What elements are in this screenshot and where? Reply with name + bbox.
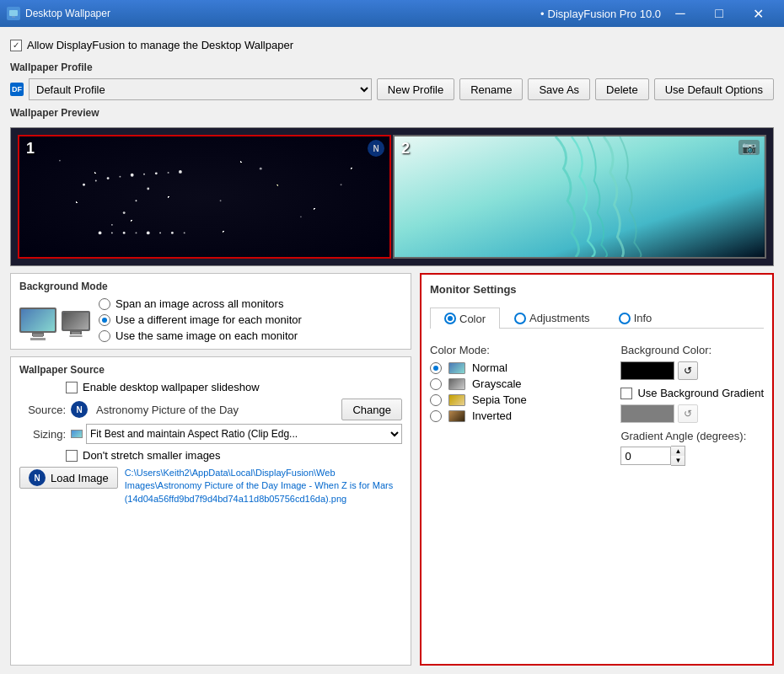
svg-point-25 xyxy=(220,200,222,201)
color-mode-grayscale[interactable]: Grayscale xyxy=(430,377,604,390)
bg-mode-content: Span an image across all monitors Use a … xyxy=(19,297,402,342)
app-version: DisplayFusion Pro 10.0 xyxy=(548,8,661,20)
load-image-button[interactable]: N Load Image xyxy=(19,467,118,489)
bg-mode-option-2-label: Use a different image for each monitor xyxy=(115,313,302,326)
monitor-1-preview[interactable]: 1 N xyxy=(18,135,391,259)
background-color-swatch[interactable] xyxy=(620,361,674,380)
load-image-label: Load Image xyxy=(51,472,109,484)
window-title: Desktop Wallpaper xyxy=(25,8,537,19)
color-mode-normal[interactable]: Normal xyxy=(430,361,604,374)
dont-stretch-label: Don't stretch smaller images xyxy=(83,449,221,462)
bg-mode-option-3[interactable]: Use the same image on each monitor xyxy=(99,329,302,342)
main-container: Allow DisplayFusion to manage the Deskto… xyxy=(0,27,784,674)
source-row: Source: N Astronomy Picture of the Day C… xyxy=(19,399,402,420)
svg-point-9 xyxy=(155,172,158,174)
gradient-refresh-button[interactable]: ↺ xyxy=(678,404,698,423)
svg-point-13 xyxy=(136,200,137,201)
tab-color[interactable]: Color xyxy=(430,308,500,329)
svg-point-17 xyxy=(111,232,113,233)
allow-df-row: Allow DisplayFusion to manage the Deskto… xyxy=(10,35,774,55)
bg-mode-radio-2[interactable] xyxy=(99,314,110,326)
bg-mode-option-3-label: Use the same image on each monitor xyxy=(115,329,298,342)
gradient-angle-down[interactable]: ▼ xyxy=(671,456,685,465)
gradient-angle-input[interactable] xyxy=(620,447,671,465)
gradient-angle-input-row: ▲ ▼ xyxy=(620,446,764,466)
dont-stretch-checkbox[interactable] xyxy=(66,450,78,462)
svg-point-7 xyxy=(131,174,134,177)
window-controls: ─ □ ✕ xyxy=(661,0,777,27)
bg-mode-radio-1[interactable] xyxy=(99,298,110,310)
load-image-nasa-icon: N xyxy=(29,469,46,486)
svg-point-28 xyxy=(341,184,342,185)
slideshow-checkbox[interactable] xyxy=(66,382,78,393)
svg-point-22 xyxy=(171,232,174,234)
gradient-color-swatch[interactable] xyxy=(620,404,674,423)
color-mode-sepia-radio[interactable] xyxy=(430,394,442,406)
color-mode-sepia[interactable]: Sepia Tone xyxy=(430,393,604,406)
bottom-section: Background Mode xyxy=(10,273,774,666)
color-mode-inverted[interactable]: Inverted xyxy=(430,409,604,422)
df-profile-icon: DF xyxy=(10,83,24,96)
use-gradient-checkbox[interactable] xyxy=(620,388,632,399)
use-gradient-row: Use Background Gradient xyxy=(620,387,764,399)
svg-rect-1 xyxy=(9,10,18,16)
color-mode-title: Color Mode: xyxy=(430,344,604,356)
color-mode-inverted-radio[interactable] xyxy=(430,410,442,422)
bg-mode-option-2[interactable]: Use a different image for each monitor xyxy=(99,313,302,326)
svg-point-16 xyxy=(99,231,102,234)
bg-mode-radio-3[interactable] xyxy=(99,330,110,342)
monitor-settings-tabs: Color Adjustments Info xyxy=(430,308,764,329)
close-button[interactable]: ✕ xyxy=(738,0,777,27)
tab-color-icon xyxy=(444,313,456,324)
allow-df-checkbox[interactable] xyxy=(10,40,22,51)
tab-adjustments-label: Adjustments xyxy=(529,312,590,324)
monitor-1-number: 1 xyxy=(26,140,35,158)
profile-dropdown[interactable]: Default Profile xyxy=(29,78,372,100)
svg-point-5 xyxy=(107,177,110,179)
tab-adjustments[interactable]: Adjustments xyxy=(500,308,604,328)
source-field-label: Source: xyxy=(19,404,66,416)
svg-point-23 xyxy=(184,232,185,233)
svg-point-20 xyxy=(147,231,150,234)
new-profile-button[interactable]: New Profile xyxy=(377,78,454,100)
minimize-button[interactable]: ─ xyxy=(661,0,700,27)
svg-point-6 xyxy=(119,176,121,178)
gradient-angle-label: Gradient Angle (degrees): xyxy=(620,430,764,442)
gradient-angle-up[interactable]: ▲ xyxy=(671,447,685,456)
load-image-row: N Load Image C:\Users\Keith2\AppData\Loc… xyxy=(19,467,402,506)
use-gradient-label: Use Background Gradient xyxy=(637,387,764,399)
svg-rect-29 xyxy=(395,136,765,257)
background-color-title: Background Color: xyxy=(620,344,764,356)
tab-color-label: Color xyxy=(459,313,486,325)
monitor-settings-title: Monitor Settings xyxy=(430,283,764,296)
gradient-angle-spinner: ▲ ▼ xyxy=(671,446,685,466)
source-nasa-icon: N xyxy=(71,401,88,418)
delete-button[interactable]: Delete xyxy=(595,78,649,100)
svg-point-10 xyxy=(168,172,169,174)
svg-point-26 xyxy=(260,168,262,170)
maximize-button[interactable]: □ xyxy=(700,0,738,27)
svg-point-12 xyxy=(147,188,149,190)
change-source-button[interactable]: Change xyxy=(341,399,402,420)
color-mode-normal-radio[interactable] xyxy=(430,362,442,374)
color-mode-grayscale-radio[interactable] xyxy=(430,378,442,390)
bg-mode-option-1[interactable]: Span an image across all monitors xyxy=(99,297,302,310)
sizing-label: Sizing: xyxy=(19,428,66,441)
monitor-2-preview[interactable]: 2 📷 xyxy=(393,135,766,259)
background-mode-label: Background Mode xyxy=(19,281,402,292)
svg-point-4 xyxy=(95,179,97,181)
title-bar: Desktop Wallpaper • DisplayFusion Pro 10… xyxy=(0,0,784,27)
sizing-dropdown[interactable]: Fit Best and maintain Aspect Ratio (Clip… xyxy=(86,424,402,444)
bg-color-refresh-button[interactable]: ↺ xyxy=(678,361,698,380)
tab-info[interactable]: Info xyxy=(604,308,667,328)
monitor-settings-panel: Monitor Settings Color Adjustments Info xyxy=(420,273,774,666)
tab-info-label: Info xyxy=(634,312,652,324)
save-as-button[interactable]: Save As xyxy=(528,78,590,100)
use-default-options-button[interactable]: Use Default Options xyxy=(654,78,774,100)
tab-info-icon xyxy=(619,313,631,324)
color-mode-normal-label: Normal xyxy=(472,361,507,374)
svg-point-3 xyxy=(83,184,85,186)
rename-button[interactable]: Rename xyxy=(459,78,523,100)
svg-point-24 xyxy=(59,160,61,162)
color-mode-sepia-label: Sepia Tone xyxy=(472,393,527,406)
